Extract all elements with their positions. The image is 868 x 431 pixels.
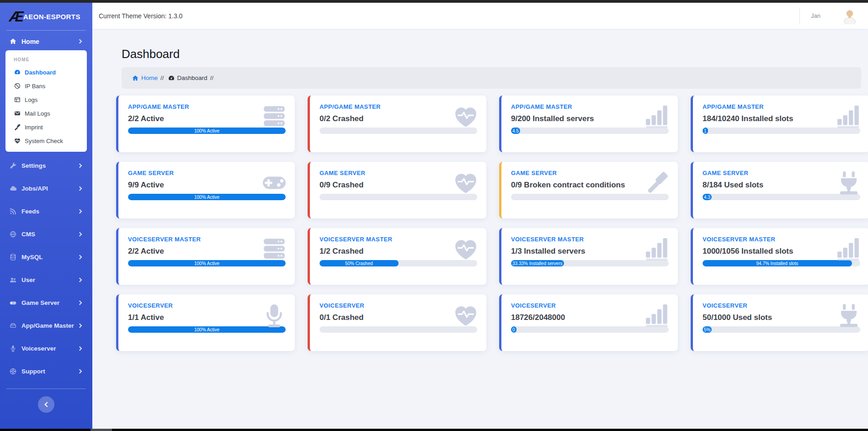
- scrollbar-thumb[interactable]: [91, 429, 112, 431]
- card-progress-bar: [511, 194, 669, 200]
- card-progress-label: 33.33% Installed servers: [511, 261, 564, 266]
- horizontal-scrollbar[interactable]: [0, 429, 868, 431]
- main-content: Dashboard Home // Dashboard // APP/GAME …: [92, 29, 868, 429]
- breadcrumb-home-link[interactable]: Home: [141, 74, 158, 81]
- microphone-icon: [9, 345, 17, 352]
- sidebar-item-support[interactable]: Support: [6, 366, 86, 377]
- sidebar-item-cms[interactable]: CMS: [6, 229, 86, 239]
- card-progress-label: 50% Crashed: [344, 261, 374, 266]
- chevron-right-icon: [78, 39, 82, 44]
- breadcrumb-separator: //: [210, 74, 214, 81]
- cloud-icon: [9, 185, 17, 192]
- card-progress-label: 100% Active: [193, 195, 221, 200]
- gauge-icon: [14, 69, 21, 76]
- globe-icon: [9, 230, 17, 238]
- stat-cards-grid: APP/GAME MASTER2/2 Active100% ActiveAPP/…: [116, 96, 861, 351]
- envelope-icon: [14, 110, 21, 117]
- card-progress-label: 0: [511, 327, 517, 332]
- sidebar-item-game-server[interactable]: Game Server: [6, 297, 86, 308]
- sidebar-item-home[interactable]: Home: [6, 37, 86, 45]
- chevron-right-icon: [78, 300, 82, 305]
- top-header: Current Theme Version: 1.3.0 Jan: [92, 3, 868, 29]
- subitem-label: IP Bans: [25, 83, 45, 90]
- sidebar-subitem-dashboard[interactable]: Dashboard: [5, 65, 87, 79]
- chevron-right-icon: [78, 163, 82, 168]
- sidebar-submenu: HOME DashboardIP BansLogsMail LogsImprin…: [5, 50, 87, 152]
- card-progress-label: 4.3: [703, 195, 712, 200]
- subitem-label: Logs: [25, 96, 37, 103]
- chevron-right-icon: [78, 209, 82, 213]
- sidebar-subitem-logs[interactable]: Logs: [5, 93, 87, 106]
- sidebar-subitem-ip-bans[interactable]: IP Bans: [5, 79, 87, 93]
- sidebar-item-feeds[interactable]: Feeds: [6, 206, 86, 217]
- server-stack-icon: [262, 237, 287, 261]
- sidebar-item-mysql[interactable]: MySQL: [6, 251, 86, 262]
- microphone-icon: [262, 303, 287, 327]
- chevron-left-icon: [44, 402, 49, 407]
- stat-card: VOICESERVER MASTER1000/1056 Installed sl…: [691, 228, 868, 285]
- sidebar-item-label: Game Server: [21, 299, 78, 306]
- subitem-label: Mail Logs: [25, 110, 50, 117]
- sidebar-item-user[interactable]: User: [6, 274, 86, 285]
- sidebar-item-label: Settings: [21, 162, 78, 169]
- card-progress-bar: 0: [511, 326, 669, 333]
- bar-chart-icon: [836, 105, 861, 128]
- chevron-right-icon: [78, 369, 82, 373]
- card-progress-bar: 100% Active: [128, 260, 286, 266]
- brand-name: AEON-ESPORTS: [23, 13, 80, 21]
- card-progress-bar: [320, 194, 477, 200]
- bar-chart-icon: [645, 105, 670, 128]
- sidebar-subitem-imprint[interactable]: Imprint: [5, 120, 87, 134]
- stat-card: VOICESERVER MASTER1/3 Installed servers3…: [499, 228, 678, 285]
- breadcrumb-current[interactable]: Dashboard: [177, 74, 208, 81]
- card-progress-fill: 50% Crashed: [320, 260, 399, 266]
- server-box-icon: [9, 322, 17, 330]
- heart-pulse-icon: [453, 171, 478, 195]
- submenu-header: HOME: [5, 56, 87, 65]
- life-ring-icon: [9, 367, 17, 375]
- card-progress-label: 1: [703, 128, 708, 133]
- heart-pulse-icon: [453, 237, 478, 261]
- sidebar-item-settings[interactable]: Settings: [6, 160, 86, 171]
- card-progress-bar: 100% Active: [128, 326, 286, 333]
- page-title: Dashboard: [122, 47, 861, 61]
- table-icon: [14, 96, 21, 103]
- avatar[interactable]: [841, 8, 858, 24]
- divider: [6, 30, 86, 31]
- heart-pulse-icon: [453, 105, 478, 128]
- plug-icon: [836, 171, 861, 195]
- window-top-edge: [0, 0, 868, 3]
- stat-card: GAME SERVER9/9 Active100% Active: [116, 162, 295, 218]
- sidebar-item-label: Home: [21, 38, 78, 45]
- stat-card: APP/GAME MASTER9/200 Installed servers4.…: [499, 96, 678, 152]
- sidebar-subitem-mail-logs[interactable]: Mail Logs: [5, 106, 87, 120]
- stat-card: APP/GAME MASTER2/2 Active100% Active: [116, 96, 295, 152]
- sidebar-item-label: User: [21, 277, 78, 283]
- sidebar-subitem-system-check[interactable]: System Check: [5, 134, 87, 148]
- sidebar-item-app-game-master[interactable]: App/Game Master: [6, 320, 86, 331]
- card-progress-fill: 100% Active: [128, 128, 286, 134]
- sidebar-collapse-button[interactable]: [38, 396, 54, 413]
- sidebar-item-jobs-api[interactable]: Jobs/API: [6, 183, 86, 194]
- sidebar-item-label: Support: [21, 368, 78, 375]
- chevron-right-icon: [78, 346, 82, 351]
- card-progress-bar: 4.3: [703, 194, 860, 200]
- user-menu[interactable]: Jan: [811, 12, 820, 19]
- subitem-label: Imprint: [25, 124, 43, 131]
- wrench-icon: [9, 162, 17, 170]
- card-progress-fill: 100% Active: [128, 260, 286, 266]
- database-icon: [9, 253, 17, 261]
- stat-card: GAME SERVER0/9 Crashed: [308, 162, 486, 218]
- card-progress-bar: 100% Active: [128, 194, 286, 200]
- stat-card: VOICESERVER MASTER1/2 Crashed50% Crashed: [308, 228, 486, 285]
- card-progress-label: 100% Active: [193, 128, 221, 133]
- stat-card: GAME SERVER8/184 Used slots4.3: [691, 162, 868, 218]
- card-progress-fill: 94.7% Installed slots: [703, 260, 852, 266]
- divider: [799, 7, 800, 25]
- card-progress-bar: 1: [703, 128, 860, 134]
- sidebar-item-voiceserver[interactable]: Voiceserver: [6, 343, 86, 354]
- stat-card: VOICESERVER0/1 Crashed: [308, 294, 486, 351]
- card-progress-fill: 4.3: [703, 194, 712, 200]
- heart-pulse-icon: [453, 303, 478, 327]
- brand-logo[interactable]: Æ AEON-ESPORTS: [0, 3, 92, 30]
